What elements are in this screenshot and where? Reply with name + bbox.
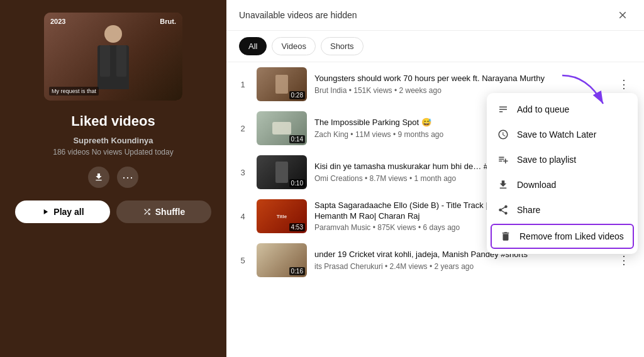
play-all-button[interactable]: Play all xyxy=(15,200,110,223)
video-thumbnail: 0:10 xyxy=(257,155,307,189)
filter-tab-shorts[interactable]: Shorts xyxy=(321,37,364,55)
video-number: 1 xyxy=(236,80,249,89)
filter-tab-videos[interactable]: Videos xyxy=(272,37,316,55)
download-button[interactable] xyxy=(88,167,109,188)
thumb-caption: My request is that xyxy=(49,87,99,96)
menu-label: Save to playlist xyxy=(517,155,576,165)
play-all-label: Play all xyxy=(53,207,84,217)
menu-item-remove-liked[interactable]: Remove from Liked videos xyxy=(491,224,634,249)
menu-item-share[interactable]: Share xyxy=(487,197,638,222)
playlist-meta: 186 videos No views Updated today xyxy=(53,148,173,157)
menu-label: Download xyxy=(517,180,556,190)
video-thumbnail: Title 4:53 xyxy=(257,199,307,233)
menu-item-download[interactable]: Download xyxy=(487,172,638,197)
left-panel: 2023 Brut. My request is that Liked vide… xyxy=(0,0,226,357)
shuffle-label: Shuffle xyxy=(155,207,185,217)
shuffle-button[interactable]: Shuffle xyxy=(116,200,211,223)
menu-label: Add to queue xyxy=(517,104,569,114)
video-thumbnail: 0:14 xyxy=(257,111,307,145)
playlist-add-icon xyxy=(497,153,509,166)
video-duration: 4:53 xyxy=(289,223,305,231)
thumb-brut-label: Brut. xyxy=(160,18,176,25)
notice-text: Unavailable videos are hidden xyxy=(239,10,357,20)
menu-item-save-watch-later[interactable]: Save to Watch Later xyxy=(487,122,638,147)
clock-icon xyxy=(497,128,509,141)
video-more-button[interactable]: ⋮ xyxy=(614,74,634,94)
menu-item-save-to-playlist[interactable]: Save to playlist xyxy=(487,147,638,172)
filter-tab-all[interactable]: All xyxy=(239,37,267,55)
video-title: Youngsters should work 70 hours per week… xyxy=(314,74,606,84)
video-meta: its Prasad Cherukuri • 2.4M views • 2 ye… xyxy=(314,262,606,271)
video-thumbnail: 0:28 xyxy=(257,67,307,101)
video-info: Youngsters should work 70 hours per week… xyxy=(314,74,606,95)
playlist-owner: Supreeth Koundinya xyxy=(73,136,153,145)
menu-label: Share xyxy=(517,205,540,215)
video-thumbnail: 0:16 xyxy=(257,243,307,277)
video-duration: 0:10 xyxy=(289,179,305,187)
video-number: 4 xyxy=(236,212,249,221)
share-icon xyxy=(497,204,509,216)
playlist-title: Liked videos xyxy=(71,113,155,129)
close-notice-button[interactable] xyxy=(614,6,631,24)
video-number: 5 xyxy=(236,256,249,265)
queue-icon xyxy=(497,103,509,116)
right-panel: Unavailable videos are hidden All Videos… xyxy=(226,0,644,357)
context-menu: Add to queue Save to Watch Later Save to… xyxy=(487,93,638,254)
thumb-year-label: 2023 xyxy=(50,18,65,25)
video-number: 3 xyxy=(236,168,249,177)
panel-play-buttons: Play all Shuffle xyxy=(15,200,211,223)
menu-label: Remove from Liked videos xyxy=(519,231,624,241)
notice-bar: Unavailable videos are hidden xyxy=(226,0,644,31)
video-number: 2 xyxy=(236,124,249,133)
video-duration: 0:16 xyxy=(289,267,305,275)
trash-icon xyxy=(499,230,512,243)
video-duration: 0:28 xyxy=(289,91,305,99)
panel-action-buttons: ⋯ xyxy=(88,167,138,188)
video-duration: 0:14 xyxy=(289,135,305,143)
menu-label: Save to Watch Later xyxy=(517,129,596,140)
more-options-button[interactable]: ⋯ xyxy=(117,167,138,188)
filter-tabs: All Videos Shorts xyxy=(226,31,644,62)
download-icon xyxy=(497,178,509,191)
menu-item-add-to-queue[interactable]: Add to queue xyxy=(487,97,638,122)
playlist-thumbnail: 2023 Brut. My request is that xyxy=(44,13,182,101)
